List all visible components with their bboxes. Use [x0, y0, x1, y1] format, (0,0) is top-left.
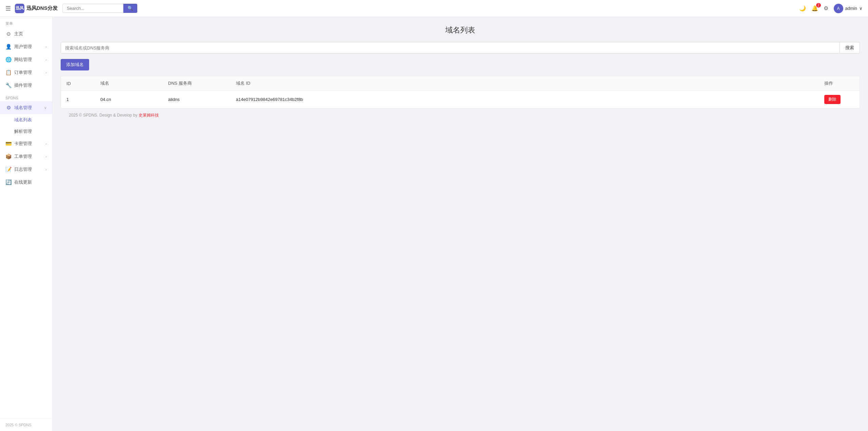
cell-dns-provider: alidns: [163, 91, 230, 108]
col-header-domainid: 域名 ID: [230, 76, 819, 91]
domain-search-bar: 搜索: [61, 42, 860, 54]
sidebar-subitem-dns-mgmt[interactable]: 解析管理: [0, 126, 52, 137]
sidebar-footer: 2025 © SPDNS.: [0, 418, 52, 431]
sidebar-item-user-mgmt[interactable]: 👤 用户管理 ›: [0, 40, 52, 53]
chevron-right-icon: ›: [45, 45, 47, 49]
order-icon: 📋: [5, 69, 12, 76]
footer-link-prefix: Design & Develop by: [99, 113, 138, 118]
table-row: 1 04.cn alidns a14e07912b9842e69781c34b2…: [61, 91, 860, 108]
sidebar-item-home[interactable]: ⊙ 主页: [0, 27, 52, 40]
card-icon: 💳: [5, 141, 12, 147]
page-footer: 2025 © SPDNS. Design & Develop by 史莱姆科技: [61, 108, 860, 122]
spdns-section-title: SPDNS: [0, 92, 52, 101]
menu-section-title: 菜单: [0, 17, 52, 27]
sidebar-item-online-update-label: 在线更新: [14, 179, 32, 185]
layout: 菜单 ⊙ 主页 👤 用户管理 › 🌐 网站管理 › 📋 订单管理 › 🔧: [0, 17, 868, 431]
chevron-right-icon-5: ›: [45, 155, 47, 159]
search-button[interactable]: 🔍: [123, 4, 137, 13]
col-header-domain: 域名: [95, 76, 163, 91]
domain-search-button[interactable]: 搜索: [840, 42, 860, 54]
user-chevron-icon: ∨: [859, 6, 863, 11]
avatar: A: [834, 4, 843, 13]
col-header-action: 操作: [819, 76, 860, 91]
chevron-down-icon: ∨: [44, 106, 47, 110]
sidebar-item-log-mgmt[interactable]: 📝 日志管理 ›: [0, 163, 52, 176]
sidebar-item-plugin-mgmt-label: 插件管理: [14, 82, 32, 88]
navbar: ☰ 迅风 迅风DNS分发 🔍 🌙 🔔 2 ⚙ A admin ∨: [0, 0, 868, 17]
theme-toggle-icon[interactable]: 🌙: [799, 5, 806, 12]
sidebar-item-order-mgmt-label: 订单管理: [14, 69, 32, 76]
chevron-right-icon-4: ›: [45, 142, 47, 146]
sidebar-item-log-mgmt-label: 日志管理: [14, 166, 32, 172]
sidebar-item-home-label: 主页: [14, 31, 23, 37]
sidebar-item-work-order[interactable]: 📦 工单管理 ›: [0, 150, 52, 163]
delete-button[interactable]: 删除: [824, 95, 841, 104]
sidebar-item-domain-mgmt[interactable]: ⚙ 域名管理 ∨: [0, 101, 52, 114]
settings-icon[interactable]: ⚙: [824, 5, 828, 12]
sidebar-item-plugin-mgmt[interactable]: 🔧 插件管理: [0, 79, 52, 92]
domain-table-wrapper: ID 域名 DNS 服务商 域名 ID 操作 1 04.cn alidns a1…: [61, 76, 860, 108]
page-title: 域名列表: [61, 25, 860, 35]
sidebar-subitem-domain-list[interactable]: 域名列表: [0, 114, 52, 126]
sidebar-footer-text: 2025 © SPDNS.: [5, 423, 33, 427]
search-input[interactable]: [62, 4, 123, 13]
notification-icon[interactable]: 🔔 2: [811, 5, 818, 12]
home-icon: ⊙: [5, 31, 12, 37]
col-header-dns: DNS 服务商: [163, 76, 230, 91]
sidebar-item-order-mgmt[interactable]: 📋 订单管理 ›: [0, 66, 52, 79]
log-icon: 📝: [5, 166, 12, 172]
sidebar-item-domain-mgmt-label: 域名管理: [14, 105, 32, 111]
user-menu[interactable]: A admin ∨: [834, 4, 863, 13]
add-domain-button[interactable]: 添加域名: [61, 59, 89, 70]
domain-table: ID 域名 DNS 服务商 域名 ID 操作 1 04.cn alidns a1…: [61, 76, 860, 108]
dns-mgmt-label: 解析管理: [14, 129, 32, 134]
user-icon: 👤: [5, 44, 12, 50]
notification-badge: 2: [816, 3, 821, 7]
plugin-icon: 🔧: [5, 82, 12, 88]
cell-action: 删除: [819, 91, 860, 108]
sidebar-item-online-update[interactable]: 🔄 在线更新: [0, 176, 52, 189]
app-title: 迅风DNS分发: [26, 5, 58, 12]
logo-icon: 迅风: [15, 4, 24, 13]
footer-text: 2025 © SPDNS.: [69, 113, 98, 118]
menu-toggle-button[interactable]: ☰: [5, 5, 11, 12]
chevron-right-icon-3: ›: [45, 70, 47, 75]
domain-search-input[interactable]: [61, 42, 840, 54]
domain-mgmt-icon: ⚙: [5, 105, 12, 111]
sidebar-item-user-mgmt-label: 用户管理: [14, 44, 32, 50]
username-label: admin: [845, 6, 857, 11]
sidebar-item-site-mgmt-label: 网站管理: [14, 57, 32, 63]
sidebar: 菜单 ⊙ 主页 👤 用户管理 › 🌐 网站管理 › 📋 订单管理 › 🔧: [0, 17, 53, 431]
table-header-row: ID 域名 DNS 服务商 域名 ID 操作: [61, 76, 860, 91]
navbar-search: 🔍: [62, 4, 137, 13]
sidebar-item-card-mgmt[interactable]: 💳 卡密管理 ›: [0, 137, 52, 150]
chevron-right-icon-2: ›: [45, 58, 47, 62]
domain-list-label: 域名列表: [14, 117, 32, 122]
update-icon: 🔄: [5, 179, 12, 185]
work-order-icon: 📦: [5, 153, 12, 160]
app-logo: 迅风 迅风DNS分发: [15, 4, 62, 13]
footer-link[interactable]: 史莱姆科技: [139, 113, 159, 118]
navbar-right: 🌙 🔔 2 ⚙ A admin ∨: [799, 4, 863, 13]
cell-domain: 04.cn: [95, 91, 163, 108]
col-header-id: ID: [61, 76, 95, 91]
sidebar-item-card-mgmt-label: 卡密管理: [14, 141, 32, 147]
chevron-right-icon-6: ›: [45, 167, 47, 171]
sidebar-item-work-order-label: 工单管理: [14, 153, 32, 160]
sidebar-item-site-mgmt[interactable]: 🌐 网站管理 ›: [0, 53, 52, 66]
cell-domain-id: a14e07912b9842e69781c34b2f8b: [230, 91, 819, 108]
main-content: 域名列表 搜索 添加域名 ID 域名 DNS 服务商 域名 ID 操作: [53, 17, 868, 431]
site-icon: 🌐: [5, 57, 12, 63]
cell-id: 1: [61, 91, 95, 108]
